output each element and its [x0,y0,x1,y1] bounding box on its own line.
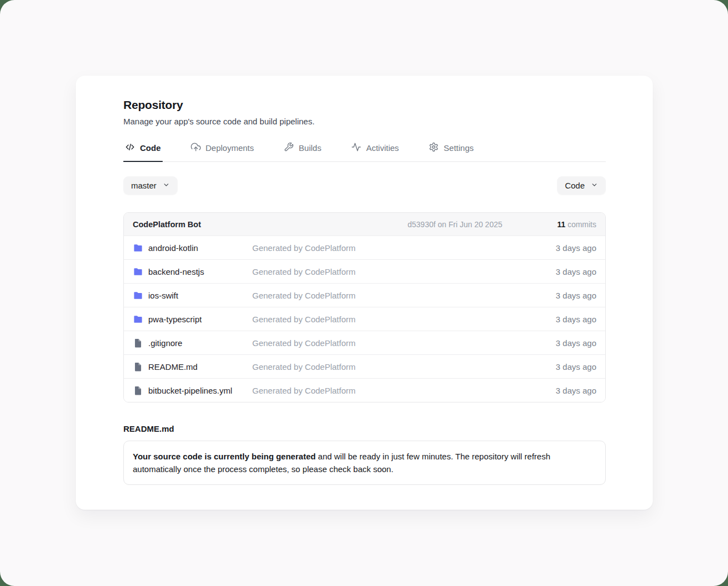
folder-icon [133,266,143,277]
file-name: android-kotlin [148,243,198,253]
code-download-button[interactable]: Code [557,176,606,195]
commit-message: Generated by CodePlatform [252,243,556,253]
branch-selector-value: master [131,181,157,190]
tab-code-label: Code [140,143,161,153]
file-name-cell[interactable]: ios-swift [133,290,252,301]
page-title: Repository [123,98,606,112]
folder-icon [133,290,143,301]
tab-activities-label: Activities [366,143,399,153]
file-name-cell[interactable]: README.md [133,362,252,372]
commit-date: 3 days ago [556,338,596,348]
page-background: Repository Manage your app's source code… [0,0,728,586]
tab-builds-label: Builds [299,143,321,153]
file-icon [133,362,143,372]
commit-date: 3 days ago [556,291,596,300]
code-icon [125,142,135,154]
file-icon [133,338,143,348]
commit-count: 11 commits [502,220,596,229]
commit-date: 3 days ago [556,386,596,395]
file-name-cell[interactable]: android-kotlin [133,243,252,253]
file-name: ios-swift [148,291,178,300]
chevron-down-icon [163,181,170,190]
file-table-header: CodePlatform Bot d53930f on Fri Jun 20 2… [124,213,605,236]
table-row[interactable]: android-kotlin Generated by CodePlatform… [124,236,605,259]
commit-date: 3 days ago [556,315,596,324]
commit-message: Generated by CodePlatform [252,386,556,395]
commit-message: Generated by CodePlatform [252,362,556,372]
table-row[interactable]: backend-nestjs Generated by CodePlatform… [124,259,605,283]
commit-date: 3 days ago [556,267,596,276]
commit-author: CodePlatform Bot [133,220,201,229]
file-name: .gitignore [148,338,183,348]
file-name: bitbucket-pipelines.yml [148,386,232,395]
commit-message: Generated by CodePlatform [252,291,556,300]
commit-message: Generated by CodePlatform [252,338,556,348]
file-name: pwa-typescript [148,315,202,324]
tab-settings-label: Settings [444,143,474,153]
tab-builds[interactable]: Builds [282,142,323,162]
file-name: README.md [148,362,197,372]
readme-notice: Your source code is currently being gene… [123,441,606,485]
tab-settings[interactable]: Settings [427,142,475,162]
tab-activities[interactable]: Activities [350,142,401,162]
commit-count-label: commits [568,220,596,229]
file-table-body: android-kotlin Generated by CodePlatform… [124,236,605,402]
gear-icon [429,142,439,154]
file-name-cell[interactable]: bitbucket-pipelines.yml [133,385,252,396]
table-row[interactable]: bitbucket-pipelines.yml Generated by Cod… [124,378,605,402]
code-button-label: Code [565,181,585,190]
tab-deployments[interactable]: Deployments [189,142,256,162]
commit-message: Generated by CodePlatform [252,315,556,324]
commit-message: Generated by CodePlatform [252,267,556,276]
readme-heading: README.md [123,424,606,433]
folder-icon [133,314,143,325]
tab-code[interactable]: Code [123,142,163,162]
commit-date: 3 days ago [556,243,596,253]
table-row[interactable]: .gitignore Generated by CodePlatform 3 d… [124,331,605,354]
commit-date: 3 days ago [556,362,596,372]
repository-tabs: Code Deployments Builds Activities [123,142,606,162]
table-row[interactable]: ios-swift Generated by CodePlatform 3 da… [124,283,605,307]
file-name-cell[interactable]: backend-nestjs [133,266,252,277]
file-icon [133,385,143,396]
last-commit-info: d53930f on Fri Jun 20 2025 [408,220,502,229]
chevron-down-icon [591,181,598,190]
file-name-cell[interactable]: pwa-typescript [133,314,252,325]
file-name-cell[interactable]: .gitignore [133,338,252,348]
repository-card: Repository Manage your app's source code… [76,76,653,510]
tab-deployments-label: Deployments [206,143,254,153]
activity-icon [351,142,361,154]
toolbar: master Code [123,176,606,195]
wrench-icon [284,142,294,154]
table-row[interactable]: README.md Generated by CodePlatform 3 da… [124,354,605,378]
folder-icon [133,243,143,253]
file-name: backend-nestjs [148,267,204,276]
commit-count-number: 11 [557,220,565,229]
branch-selector[interactable]: master [123,176,178,195]
readme-notice-bold: Your source code is currently being gene… [133,452,316,461]
cloud-upload-icon [191,142,201,154]
table-row[interactable]: pwa-typescript Generated by CodePlatform… [124,307,605,331]
page-subtitle: Manage your app's source code and build … [123,117,606,126]
file-table: CodePlatform Bot d53930f on Fri Jun 20 2… [123,212,606,402]
